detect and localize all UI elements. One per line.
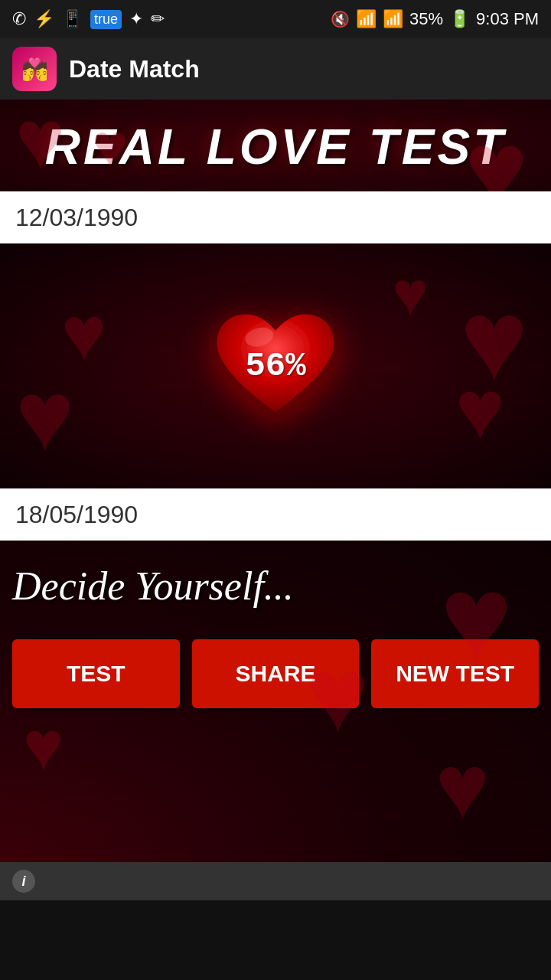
title-section: ♥ ♥ ♥ REAL LOVE TEST <box>0 100 551 191</box>
info-icon[interactable]: i <box>12 870 35 893</box>
test-button[interactable]: TEST <box>12 639 180 708</box>
date-input-row-2[interactable] <box>0 488 551 541</box>
mute-icon: 🔇 <box>331 10 350 28</box>
signal-icon: 📶 <box>383 9 403 29</box>
date-input-1[interactable] <box>0 191 551 243</box>
date-input-row-1[interactable] <box>0 191 551 243</box>
status-icons-right: 🔇 📶 📶 35% 🔋 9:03 PM <box>331 9 539 29</box>
status-icons-left: ✆ ⚡ 📱 true ✦ ✏ <box>12 9 165 29</box>
whatsapp-icon: 📱 <box>62 9 83 29</box>
usb-icon: ⚡ <box>34 9 54 29</box>
app-bar: 💏 Date Match <box>0 38 551 100</box>
bottom-bar: i <box>0 862 551 900</box>
main-content: ♥ ♥ ♥ REAL LOVE TEST ♥ ♥ ♥ ♥ ♥ <box>0 100 551 862</box>
heart-section: ♥ ♥ ♥ ♥ ♥ <box>0 243 551 488</box>
percentage-display: 56% <box>245 347 305 385</box>
app-icon: 💏 <box>12 47 57 91</box>
wifi-icon: 📶 <box>356 9 377 29</box>
phone-icon: ✆ <box>12 9 26 29</box>
app-title: Date Match <box>69 55 200 83</box>
true-icon: true <box>90 10 122 29</box>
battery-icon: 🔋 <box>449 9 470 29</box>
bottom-section: ♥ ♥ ♥ ♥ Decide Yourself... TEST Share Ne… <box>0 541 551 862</box>
date-input-2[interactable] <box>0 488 551 541</box>
status-bar: ✆ ⚡ 📱 true ✦ ✏ 🔇 📶 📶 35% 🔋 9:03 PM <box>0 0 551 38</box>
clock: 9:03 PM <box>476 9 539 29</box>
battery-percent: 35% <box>409 9 443 29</box>
pencil-icon: ✏ <box>151 9 165 29</box>
unknown-icon: ✦ <box>129 9 143 29</box>
love-percentage-heart: 56% <box>210 307 341 426</box>
